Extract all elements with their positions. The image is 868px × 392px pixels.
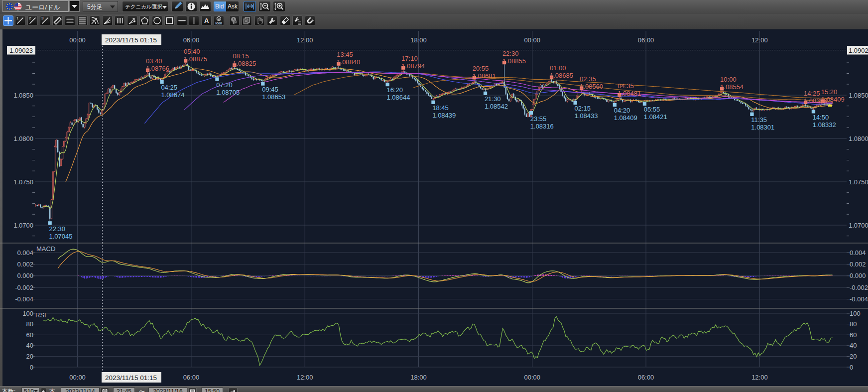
svg-text:-0.002: -0.002: [15, 284, 33, 291]
svg-text:1.08332: 1.08332: [813, 121, 836, 129]
svg-text:1.08766: 1.08766: [146, 65, 169, 72]
svg-text:1.08840: 1.08840: [337, 58, 360, 66]
svg-text:03:40: 03:40: [146, 57, 162, 65]
svg-text:1.08433: 1.08433: [575, 112, 598, 120]
svg-text:MACD: MACD: [36, 245, 55, 253]
svg-text:100: 100: [22, 310, 33, 317]
svg-text:80: 80: [850, 320, 857, 328]
svg-text:-0.004: -0.004: [850, 295, 868, 303]
svg-text:12:00: 12:00: [751, 374, 768, 381]
svg-text:1.08439: 1.08439: [432, 112, 456, 119]
svg-text:16:20: 16:20: [387, 86, 403, 94]
svg-text:05:55: 05:55: [644, 106, 660, 113]
svg-text:0.004: 0.004: [17, 249, 33, 257]
svg-text:1.08409: 1.08409: [614, 114, 637, 122]
svg-text:00:00: 00:00: [69, 374, 86, 381]
svg-text:1.08825: 1.08825: [233, 60, 256, 67]
svg-text:1.08685: 1.08685: [550, 72, 573, 79]
svg-text:1.08560: 1.08560: [580, 83, 603, 90]
svg-text:12:00: 12:00: [297, 36, 313, 44]
svg-text:10:00: 10:00: [720, 76, 737, 83]
svg-text:0: 0: [30, 364, 33, 371]
svg-text:1.0902: 1.0902: [849, 47, 868, 54]
svg-text:12:00: 12:00: [297, 374, 313, 381]
svg-text:100: 100: [850, 310, 861, 317]
svg-text:17:10: 17:10: [401, 55, 418, 62]
svg-text:40: 40: [26, 342, 33, 349]
svg-text:18:45: 18:45: [432, 104, 449, 112]
svg-text:3: 3: [41, 16, 44, 20]
svg-text:1.0700: 1.0700: [849, 222, 868, 229]
svg-text:06:00: 06:00: [183, 36, 200, 44]
svg-text:1.08421: 1.08421: [644, 113, 667, 121]
svg-text:1.08316: 1.08316: [530, 123, 554, 130]
svg-text:0.000: 0.000: [17, 272, 33, 279]
svg-text:23:55: 23:55: [530, 115, 547, 123]
svg-text:0: 0: [850, 364, 853, 371]
svg-text:00:00: 00:00: [524, 36, 541, 44]
svg-text:0.002: 0.002: [850, 261, 866, 268]
svg-text:22:30: 22:30: [502, 50, 519, 57]
svg-text:80: 80: [26, 320, 33, 328]
svg-text:40: 40: [850, 342, 857, 349]
svg-text:18:00: 18:00: [410, 374, 427, 381]
svg-text:60: 60: [26, 331, 33, 339]
svg-text:02:15: 02:15: [575, 105, 591, 112]
svg-text:1.0850: 1.0850: [13, 92, 33, 99]
svg-text:1.08301: 1.08301: [751, 124, 774, 131]
svg-text:1.08705: 1.08705: [216, 89, 240, 96]
svg-text:1.08481: 1.08481: [618, 90, 641, 97]
svg-text:RSI: RSI: [35, 311, 46, 319]
svg-text:1.08409: 1.08409: [821, 96, 845, 103]
svg-text:1.08653: 1.08653: [262, 93, 285, 101]
svg-text:2: 2: [29, 16, 31, 20]
svg-text:13:45: 13:45: [337, 51, 353, 58]
svg-text:20: 20: [850, 353, 857, 360]
svg-text:1: 1: [16, 16, 19, 20]
svg-text:15:20: 15:20: [821, 88, 838, 96]
svg-text:1.08855: 1.08855: [502, 57, 526, 65]
svg-text:1.09023: 1.09023: [9, 47, 33, 54]
svg-text:A: A: [204, 17, 209, 24]
svg-text:04:20: 04:20: [614, 107, 630, 114]
svg-text:06:00: 06:00: [638, 374, 654, 381]
svg-text:14:25: 14:25: [804, 90, 820, 97]
svg-text:20:55: 20:55: [473, 65, 489, 72]
svg-text:0.004: 0.004: [850, 249, 866, 257]
svg-text:08:15: 08:15: [233, 52, 249, 60]
svg-text:0.000: 0.000: [850, 272, 866, 279]
svg-text:-0.004: -0.004: [15, 295, 33, 303]
svg-text:21:30: 21:30: [485, 95, 501, 103]
svg-text:12:00: 12:00: [751, 36, 768, 44]
svg-text:2023/11/15 01:15: 2023/11/15 01:15: [105, 36, 157, 44]
svg-text:14:50: 14:50: [813, 114, 829, 121]
svg-text:1.08681: 1.08681: [473, 72, 496, 80]
svg-text:0.002: 0.002: [17, 261, 33, 268]
svg-text:1.0800: 1.0800: [13, 135, 33, 142]
svg-text:1.0750: 1.0750: [849, 178, 868, 186]
svg-text:1.0700: 1.0700: [13, 222, 33, 229]
svg-text:1.08554: 1.08554: [720, 83, 744, 91]
svg-text:1.0850: 1.0850: [849, 92, 868, 99]
svg-text:2023/11/15 01:15: 2023/11/15 01:15: [105, 374, 157, 382]
svg-text:1.08875: 1.08875: [184, 55, 207, 63]
svg-text:-0.002: -0.002: [850, 284, 868, 291]
svg-text:00:00: 00:00: [524, 374, 541, 381]
svg-text:22:30: 22:30: [49, 225, 66, 233]
svg-text:1.08644: 1.08644: [387, 94, 410, 101]
svg-text:11:35: 11:35: [751, 116, 767, 124]
svg-text:04:25: 04:25: [161, 84, 177, 91]
svg-text:1.0750: 1.0750: [13, 178, 33, 186]
svg-text:06:00: 06:00: [183, 374, 200, 381]
svg-text:01:00: 01:00: [550, 64, 566, 72]
svg-text:1.07045: 1.07045: [49, 233, 73, 240]
svg-text:60: 60: [850, 331, 857, 339]
svg-text:1.08794: 1.08794: [401, 62, 425, 70]
svg-text:20: 20: [26, 353, 33, 360]
svg-text:07:20: 07:20: [216, 81, 233, 89]
svg-text:05:40: 05:40: [184, 48, 200, 55]
svg-text:09:45: 09:45: [262, 86, 278, 93]
svg-text:18:00: 18:00: [410, 36, 427, 44]
svg-text:04:35: 04:35: [618, 82, 634, 90]
svg-text:06:00: 06:00: [638, 36, 654, 44]
